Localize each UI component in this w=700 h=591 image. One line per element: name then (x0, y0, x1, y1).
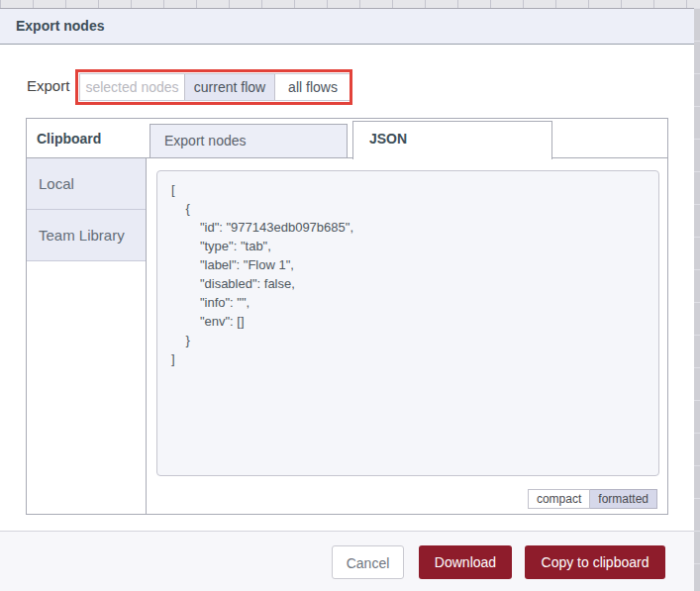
workspace-grid-top (0, 0, 700, 8)
library-sidebar: Local Team Library (27, 158, 147, 514)
copy-to-clipboard-button[interactable]: Copy to clipboard (525, 545, 665, 579)
export-scope-group: selected nodes current flow all flows (79, 73, 351, 101)
export-label: Export (27, 72, 69, 100)
export-option-all-flows[interactable]: all flows (274, 74, 350, 100)
workspace-grid-right (694, 8, 700, 591)
tab-bar: Clipboard Export nodes JSON (27, 119, 667, 158)
sidebar-item-local[interactable]: Local (27, 158, 146, 210)
export-dialog-screen: Export nodes Export selected nodes curre… (0, 0, 700, 591)
download-button[interactable]: Download (419, 545, 512, 579)
clipboard-panel: Clipboard Export nodes JSON Local Team L… (26, 118, 668, 515)
tab-export-nodes[interactable]: Export nodes (150, 124, 348, 158)
format-toggle-group: compact formatted (528, 489, 657, 509)
formatted-button[interactable]: formatted (590, 489, 657, 509)
export-nodes-dialog: Export nodes Export selected nodes curre… (0, 8, 694, 591)
sidebar-item-team-library[interactable]: Team Library (27, 210, 146, 261)
dialog-title: Export nodes (16, 9, 104, 44)
export-option-selected-nodes[interactable]: selected nodes (80, 74, 184, 100)
dialog-header: Export nodes (0, 9, 694, 45)
export-option-current-flow[interactable]: current flow (184, 74, 274, 100)
cancel-button[interactable]: Cancel (332, 545, 404, 579)
dialog-footer: Cancel Download Copy to clipboard (0, 531, 694, 591)
json-export-view[interactable]: [ { "id": "977143edb097b685", "type": "t… (156, 170, 659, 476)
tab-json[interactable]: JSON (352, 121, 552, 159)
compact-button[interactable]: compact (528, 489, 590, 509)
panel-label-clipboard: Clipboard (37, 119, 101, 158)
json-export-content[interactable]: [ { "id": "977143edb097b685", "type": "t… (171, 180, 645, 368)
